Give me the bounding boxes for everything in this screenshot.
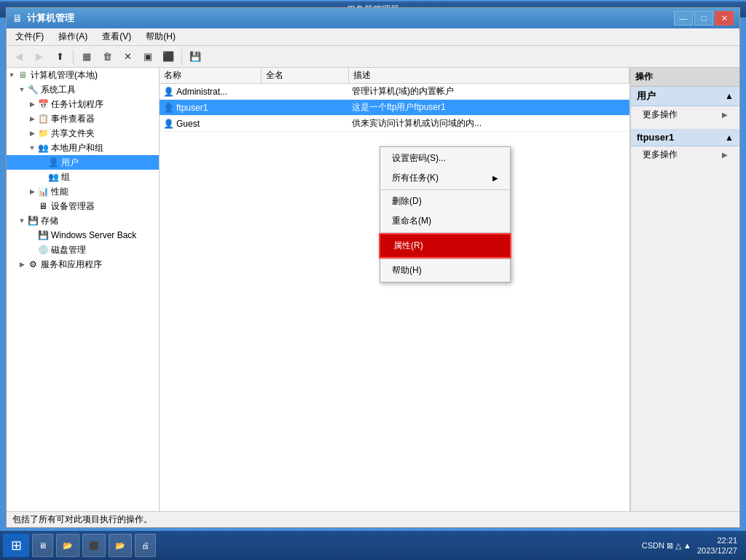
ftpuser1-section-header[interactable]: ftpuser1 ▲ — [631, 129, 739, 146]
tree-device-manager[interactable]: 🖥 设备管理器 — [7, 199, 159, 213]
ctx-set-password[interactable]: 设置密码(S)... — [380, 149, 510, 168]
menu-view[interactable]: 查看(V) — [96, 29, 137, 44]
user-row-ftpuser1[interactable]: 👤 ftpuser1 这是一个ftp用户ftpuser1 — [160, 100, 629, 116]
tree-root[interactable]: ▼ 🖥 计算机管理(本地) — [7, 68, 159, 82]
tree-system-tools[interactable]: ▼ 🔧 系统工具 — [7, 82, 159, 97]
system-tools-icon: 🔧 — [27, 84, 39, 95]
tree-shared-folders[interactable]: ▶ 📁 共享文件夹 — [7, 126, 159, 141]
taskbar-app-3[interactable]: ⬛ — [82, 534, 106, 557]
groups-expander[interactable] — [37, 172, 47, 182]
device-manager-expander[interactable] — [27, 201, 37, 211]
up-button[interactable]: ⬆ — [50, 48, 69, 66]
taskbar-app-4[interactable]: 📂 — [109, 534, 132, 557]
ctx-rename[interactable]: 重命名(M) — [380, 211, 510, 231]
shared-folders-expander[interactable]: ▶ — [27, 128, 37, 138]
tree-event-viewer[interactable]: ▶ 📋 事件查看器 — [7, 111, 159, 126]
event-viewer-expander[interactable]: ▶ — [27, 114, 37, 124]
tree-users-label: 用户 — [61, 157, 79, 169]
tree-local-users[interactable]: ▼ 👥 本地用户和组 — [7, 141, 159, 155]
user-section-arrow: ▲ — [725, 91, 734, 101]
system-tools-expander[interactable]: ▼ — [17, 84, 27, 95]
status-bar: 包括了所有可对此项目执行的操作。 — [7, 511, 739, 527]
section-spacer — [631, 123, 739, 129]
user-row-guest[interactable]: 👤 Guest 供来宾访问计算机或访问域的内... — [160, 116, 629, 132]
tree-task-scheduler[interactable]: ▶ 📅 任务计划程序 — [7, 97, 159, 111]
shared-folders-icon: 📁 — [37, 127, 49, 139]
back-button[interactable]: ◀ — [9, 48, 28, 66]
ftpuser1-more-actions[interactable]: 更多操作 ▶ — [631, 146, 739, 163]
user-more-actions[interactable]: 更多操作 ▶ — [631, 106, 739, 123]
export-button[interactable]: ⬛ — [159, 48, 178, 66]
task-scheduler-expander[interactable]: ▶ — [27, 99, 37, 109]
ctx-all-tasks[interactable]: 所有任务(K) ▶ — [380, 168, 510, 188]
menu-help[interactable]: 帮助(H) — [140, 29, 181, 44]
ctx-properties[interactable]: 属性(R) — [380, 234, 510, 257]
user-row-admin[interactable]: 👤 Administrat... 管理计算机(域)的内置帐户 — [160, 84, 629, 100]
col-name[interactable]: 名称 — [160, 68, 262, 83]
users-expander[interactable] — [37, 157, 47, 167]
storage-icon: 💾 — [27, 215, 39, 226]
computer-icon: 🖥 — [17, 69, 28, 81]
ctx-help[interactable]: 帮助(H) — [380, 261, 510, 280]
tree-performance[interactable]: ▶ 📊 性能 — [7, 184, 159, 199]
admin-fullname — [262, 84, 349, 99]
services-expander[interactable]: ▶ — [17, 259, 27, 269]
taskbar-app-5[interactable]: 🖨 — [135, 534, 156, 557]
guest-desc: 供来宾访问计算机或访问域的内... — [349, 116, 629, 131]
groups-icon: 👥 — [47, 171, 59, 183]
minimize-button[interactable]: — — [674, 11, 693, 25]
show-hide-button[interactable]: ▦ — [77, 48, 96, 66]
ftpuser1-section-arrow: ▲ — [725, 133, 734, 143]
ftpuser1-name: ftpuser1 — [176, 103, 208, 113]
ctx-delete[interactable]: 删除(D) — [380, 192, 510, 211]
menu-file[interactable]: 文件(F) — [9, 29, 50, 44]
disk-management-expander[interactable] — [27, 245, 37, 255]
menu-bar: 文件(F) 操作(A) 查看(V) 帮助(H) — [7, 28, 739, 46]
user-section-header[interactable]: 用户 ▲ — [631, 87, 739, 106]
close-button[interactable]: ✕ — [715, 11, 734, 25]
performance-icon: 📊 — [37, 186, 49, 197]
event-viewer-icon: 📋 — [37, 113, 49, 125]
taskbar-app-2[interactable]: 📂 — [56, 534, 79, 557]
delete-button[interactable]: 🗑 — [98, 48, 117, 66]
tree-task-scheduler-label: 任务计划程序 — [51, 98, 103, 111]
ctx-sep-3 — [380, 259, 510, 259]
actions-header: 操作 — [631, 68, 739, 87]
storage-expander[interactable]: ▼ — [17, 216, 27, 226]
tree-groups[interactable]: 👥 组 — [7, 170, 159, 184]
view-button[interactable]: ▣ — [138, 48, 157, 66]
window-title-bar: 🖥 计算机管理 — □ ✕ — [7, 8, 739, 28]
col-fullname[interactable]: 全名 — [262, 68, 349, 83]
tree-disk-management[interactable]: 💿 磁盘管理 — [7, 242, 159, 257]
toolbar: ◀ ▶ ⬆ ▦ 🗑 ✕ ▣ ⬛ 💾 — [7, 46, 739, 68]
tree-system-tools-label: 系统工具 — [41, 84, 76, 96]
tree-performance-label: 性能 — [51, 186, 68, 198]
taskbar-app-1[interactable]: 🖥 — [32, 534, 53, 557]
tree-services-label: 服务和应用程序 — [41, 259, 102, 271]
properties-button[interactable]: ✕ — [118, 48, 137, 66]
root-expander[interactable]: ▼ — [7, 70, 17, 80]
tree-users[interactable]: 👤 用户 — [7, 155, 159, 170]
guest-fullname — [262, 116, 349, 131]
taskbar-right: CSDN ⊠ △ ▲ 22:21 2023/12/27 — [642, 535, 743, 556]
tree-groups-label: 组 — [61, 171, 70, 184]
tree-windows-backup[interactable]: 💾 Windows Server Back — [7, 228, 159, 242]
system-clock[interactable]: 22:21 2023/12/27 — [697, 535, 737, 556]
local-users-expander[interactable]: ▼ — [27, 143, 37, 153]
windows-backup-icon: 💾 — [37, 229, 49, 241]
maximize-button[interactable]: □ — [694, 11, 713, 25]
windows-backup-expander[interactable] — [27, 230, 37, 240]
forward-button[interactable]: ▶ — [30, 48, 49, 66]
tree-services[interactable]: ▶ ⚙ 服务和应用程序 — [7, 257, 159, 272]
col-desc[interactable]: 描述 — [349, 68, 629, 83]
tree-windows-backup-label: Windows Server Back — [51, 230, 136, 240]
taskbar-app-4-icon: 📂 — [115, 541, 125, 551]
save-button[interactable]: 💾 — [186, 48, 205, 66]
start-button[interactable]: ⊞ — [3, 534, 29, 557]
guest-name: Guest — [176, 119, 200, 129]
submenu-arrow: ▶ — [492, 174, 498, 182]
menu-action[interactable]: 操作(A) — [52, 29, 93, 44]
performance-expander[interactable]: ▶ — [27, 186, 37, 197]
local-users-icon: 👥 — [37, 142, 49, 154]
tree-storage[interactable]: ▼ 💾 存储 — [7, 213, 159, 228]
